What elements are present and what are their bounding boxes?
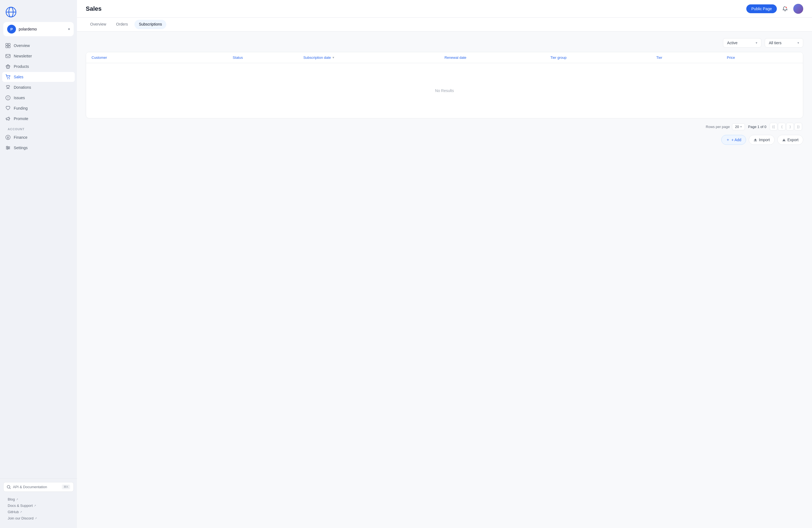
sidebar: P polardemo ▾ Overview [0, 0, 77, 528]
org-name: polardemo [19, 27, 66, 31]
th-customer[interactable]: Customer [91, 56, 233, 60]
sliders-icon [5, 145, 11, 150]
sidebar-item-issues[interactable]: Issues [2, 93, 75, 103]
chevron-down-icon: ▾ [68, 27, 70, 31]
discord-label: Join our Discord [8, 516, 33, 520]
github-label: GitHub [8, 510, 19, 514]
cart-icon [5, 74, 11, 79]
svg-rect-3 [6, 43, 8, 45]
search-shortcut: ⌘K [62, 485, 70, 489]
status-filter-value: Active [727, 41, 753, 45]
public-page-button[interactable]: Public Page [746, 4, 777, 13]
svg-rect-7 [6, 55, 10, 58]
docs-support-label: Docs & Support [8, 503, 33, 508]
search-docs-button[interactable]: API & Documentation ⌘K [3, 482, 74, 492]
subscriptions-table: Customer Status Subscription date ▼ Rene… [86, 52, 803, 118]
heart-icon [5, 106, 11, 111]
tab-overview[interactable]: Overview [86, 18, 111, 31]
sidebar-item-label-products: Products [14, 64, 29, 69]
th-tier-group[interactable]: Tier group [550, 56, 656, 60]
sidebar-item-settings[interactable]: Settings [2, 143, 75, 153]
th-tier[interactable]: Tier [656, 56, 727, 60]
pagination-next-button[interactable]: ⟩ [786, 123, 794, 131]
upload-icon [753, 138, 757, 142]
heart-hand-icon [5, 85, 11, 90]
sidebar-bottom: API & Documentation ⌘K Blog ↗ Docs & Sup… [0, 479, 77, 524]
sidebar-item-finance[interactable]: Finance [2, 132, 75, 142]
import-label: Import [759, 138, 770, 142]
footer-links: Blog ↗ Docs & Support ↗ GitHub ↗ Join ou… [3, 496, 74, 522]
search-icon [7, 485, 11, 489]
external-link-icon: ↗ [20, 510, 22, 513]
nav-items: Overview Newsletter [0, 41, 77, 476]
sidebar-item-promote[interactable]: Promote [2, 114, 75, 124]
footer-link-discord[interactable]: Join our Discord ↗ [5, 515, 71, 522]
external-link-icon: ↗ [16, 498, 18, 501]
alert-circle-icon [5, 95, 11, 100]
table-header: Customer Status Subscription date ▼ Rene… [86, 52, 803, 63]
tabs-bar: Overview Orders Subscriptions [77, 18, 812, 32]
pagination-row: Rows per page 20 ▾ Page 1 of 0 ⟨⟨ ⟨ ⟩ ⟩⟩ [86, 123, 803, 131]
sidebar-item-products[interactable]: Products [2, 62, 75, 72]
grid-icon [5, 43, 11, 48]
rows-per-page-select[interactable]: 20 ▾ [732, 123, 745, 130]
topbar-actions: Public Page [746, 4, 803, 14]
svg-point-17 [8, 99, 8, 99]
th-price[interactable]: Price [727, 56, 797, 60]
sidebar-item-label-promote: Promote [14, 117, 28, 121]
svg-point-27 [785, 6, 787, 8]
pagination-first-button[interactable]: ⟨⟨ [770, 123, 777, 131]
svg-rect-4 [8, 43, 10, 45]
actions-row: ＋ + Add Import E [86, 135, 803, 145]
add-button[interactable]: ＋ + Add [721, 135, 746, 145]
svg-rect-5 [6, 46, 8, 48]
page-info: Page 1 of 0 [748, 125, 767, 129]
sidebar-item-sales[interactable]: Sales [2, 72, 75, 82]
sidebar-item-overview[interactable]: Overview [2, 41, 75, 50]
svg-point-13 [8, 78, 8, 79]
tier-filter[interactable]: All tiers ▾ [765, 38, 803, 47]
main-content: Sales Public Page Overview Orders Subscr… [77, 0, 812, 528]
footer-link-github[interactable]: GitHub ↗ [5, 509, 71, 515]
add-label: + Add [731, 138, 741, 142]
sidebar-item-funding[interactable]: Funding [2, 103, 75, 113]
blog-label: Blog [8, 497, 15, 501]
chevron-down-icon: ▾ [740, 125, 742, 129]
import-button[interactable]: Import [749, 135, 774, 145]
chevron-down-icon: ▾ [756, 41, 757, 45]
sidebar-item-newsletter[interactable]: Newsletter [2, 51, 75, 61]
mail-icon [5, 54, 11, 59]
svg-point-22 [6, 146, 8, 147]
table-body: No Results [86, 63, 803, 118]
notifications-button[interactable] [780, 4, 790, 14]
filters-row: Active ▾ All tiers ▾ [86, 38, 803, 47]
sidebar-item-label-settings: Settings [14, 146, 28, 150]
sort-desc-icon: ▼ [332, 56, 335, 59]
th-renewal-date[interactable]: Renewal date [445, 56, 550, 60]
megaphone-icon [5, 116, 11, 121]
user-avatar-button[interactable] [793, 4, 803, 14]
tab-orders[interactable]: Orders [112, 18, 132, 31]
download-icon [782, 138, 786, 142]
page-title: Sales [86, 5, 742, 12]
svg-point-23 [8, 147, 9, 148]
pagination-last-button[interactable]: ⟩⟩ [794, 123, 802, 131]
footer-link-blog[interactable]: Blog ↗ [5, 496, 71, 502]
export-button[interactable]: Export [777, 135, 803, 145]
sidebar-item-donations[interactable]: Donations [2, 82, 75, 92]
org-selector[interactable]: P polardemo ▾ [3, 22, 74, 36]
dollar-icon [5, 135, 11, 140]
polar-logo-icon [5, 6, 16, 18]
empty-state-message: No Results [435, 72, 454, 109]
content-area: Active ▾ All tiers ▾ Customer Status Sub… [77, 32, 812, 528]
svg-point-18 [6, 135, 10, 139]
tab-subscriptions[interactable]: Subscriptions [134, 20, 166, 29]
th-subscription-date[interactable]: Subscription date ▼ [303, 56, 445, 60]
plus-icon: ＋ [726, 137, 730, 142]
tier-filter-value: All tiers [769, 41, 795, 45]
footer-link-docs-support[interactable]: Docs & Support ↗ [5, 502, 71, 509]
pagination-prev-button[interactable]: ⟨ [778, 123, 786, 131]
status-filter[interactable]: Active ▾ [723, 38, 762, 47]
export-label: Export [787, 138, 799, 142]
th-status[interactable]: Status [233, 56, 303, 60]
